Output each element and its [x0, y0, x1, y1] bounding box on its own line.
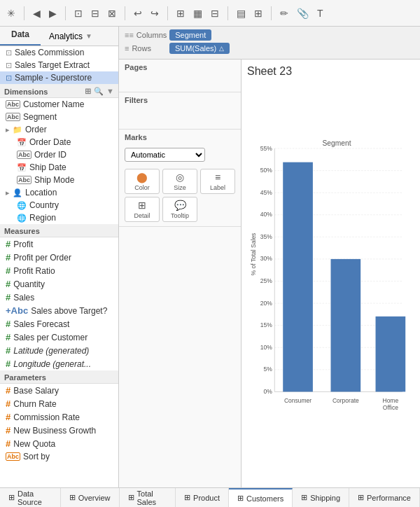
- redo-button[interactable]: ↪: [148, 6, 162, 20]
- datasource-sales-commission[interactable]: ⊡ Sales Commission: [0, 46, 118, 59]
- chart3-icon[interactable]: ⊟: [208, 6, 222, 20]
- datasource-sales-target[interactable]: ⊡ Sales Target Extract: [0, 59, 118, 71]
- dim-region[interactable]: 🌐 Region: [0, 211, 118, 224]
- param-sort-by[interactable]: Abc Sort by: [0, 450, 118, 463]
- rows-pill-sales[interactable]: SUM(Sales) △: [169, 43, 230, 54]
- bar-label-home-office2: Office: [383, 404, 398, 411]
- meas-latitude[interactable]: # Latitude (generated): [0, 344, 118, 357]
- pen-icon[interactable]: ✏: [277, 6, 291, 20]
- analyze-icon[interactable]: ⊞: [251, 6, 265, 20]
- globe-icon2: 🌐: [17, 214, 27, 223]
- tab-data[interactable]: Data: [0, 27, 41, 46]
- globe-icon: 🌐: [17, 201, 27, 210]
- meas-sales-above-target[interactable]: +Abc Sales above Target?: [0, 304, 118, 317]
- dim-ship-mode[interactable]: Abc Ship Mode: [0, 174, 118, 186]
- dim-order-date[interactable]: 📅 Order Date: [0, 136, 118, 148]
- marks-label-button[interactable]: ≡ Label: [200, 169, 235, 194]
- marks-section: Marks Automatic Bar Line Area: [119, 130, 241, 227]
- datasource-superstore[interactable]: ⊡ Sample - Superstore: [0, 71, 118, 84]
- dim-order-group[interactable]: ▸ 📁 Order: [0, 123, 118, 136]
- text-icon[interactable]: T: [314, 6, 326, 20]
- bar-label-corporate: Corporate: [332, 397, 359, 404]
- paperclip-icon[interactable]: 📎: [294, 6, 312, 20]
- chart-svg-wrapper: Segment % of Total Sales: [247, 81, 414, 482]
- bar-home-office[interactable]: [376, 317, 406, 392]
- hash-orange-icon: #: [6, 398, 10, 409]
- save-as-button[interactable]: ⊟: [88, 6, 102, 20]
- dim-order-id[interactable]: Abc Order ID: [0, 148, 118, 161]
- meas-sales-forecast[interactable]: # Sales Forecast: [0, 317, 118, 331]
- tab-shipping[interactable]: ⊞ Shipping: [293, 488, 349, 507]
- marks-color-button[interactable]: ⬤ Color: [125, 169, 160, 194]
- pages-section: Pages: [119, 60, 241, 92]
- param-base-salary[interactable]: # Base Salary: [0, 384, 118, 397]
- svg-text:55%: 55%: [260, 145, 272, 152]
- param-new-quota[interactable]: # New Quota: [0, 437, 118, 450]
- color-dots-icon: ⬤: [136, 172, 148, 183]
- meas-profit-ratio[interactable]: # Profit Ratio: [0, 264, 118, 277]
- filters-section: Filters: [119, 92, 241, 130]
- abc-icon: Abc: [6, 100, 20, 109]
- marks-tooltip-button[interactable]: 💬 Tooltip: [162, 197, 197, 222]
- bar-corporate[interactable]: [331, 259, 361, 391]
- grid-icon[interactable]: ⊞: [85, 87, 91, 96]
- meas-profit-per-order[interactable]: # Profit per Order: [0, 251, 118, 264]
- forward-button[interactable]: ▶: [46, 6, 59, 20]
- svg-text:40%: 40%: [260, 211, 272, 218]
- param-new-business-growth[interactable]: # New Business Growth: [0, 424, 118, 437]
- folder-icon: ▸: [6, 125, 10, 134]
- dim-customer-name[interactable]: Abc Customer Name: [0, 98, 118, 111]
- abc-icon: Abc: [17, 176, 31, 184]
- columns-pill-segment[interactable]: Segment: [169, 29, 211, 41]
- print-button[interactable]: ⊠: [105, 6, 119, 20]
- data-analytics-tabs: Data Analytics ▼: [0, 27, 118, 46]
- tab-customers[interactable]: ⊞ Customers: [229, 488, 293, 507]
- param-churn-rate[interactable]: # Churn Rate: [0, 397, 118, 410]
- tab-product[interactable]: ⊞ Product: [176, 488, 229, 507]
- meas-sales[interactable]: # Sales: [0, 291, 118, 304]
- dim-ship-date[interactable]: 📅 Ship Date: [0, 161, 118, 174]
- meas-sales-per-customer[interactable]: # Sales per Customer: [0, 331, 118, 344]
- back-button[interactable]: ◀: [30, 6, 43, 20]
- dim-country[interactable]: 🌐 Country: [0, 199, 118, 211]
- marks-type-select[interactable]: Automatic Bar Line Area: [125, 148, 205, 162]
- measures-header: Measures: [0, 224, 118, 237]
- tab-total-sales[interactable]: ⊞ Total Sales: [120, 488, 176, 507]
- marks-size-button[interactable]: ◎ Size: [162, 169, 197, 194]
- marks-title: Marks: [119, 130, 241, 145]
- chart2-icon[interactable]: ▦: [190, 6, 205, 20]
- save-button[interactable]: ⊡: [71, 6, 85, 20]
- dimensions-header-icons: ⊞ 🔍 ▼: [85, 87, 114, 96]
- abc-icon: Abc: [17, 151, 31, 159]
- tab-data-source[interactable]: ⊞ Data Source: [0, 488, 61, 507]
- meas-longitude[interactable]: # Longitude (generat...: [0, 357, 118, 370]
- tab-performance[interactable]: ⊞ Performance: [349, 488, 420, 507]
- meas-quantity[interactable]: # Quantity: [0, 277, 118, 291]
- datasource-icon2: ⊡: [6, 61, 12, 70]
- search-icon[interactable]: 🔍: [94, 87, 104, 96]
- calendar-icon2: 📅: [17, 163, 27, 172]
- bar-label-consumer: Consumer: [284, 397, 312, 404]
- tab-overview[interactable]: ⊞ Overview: [61, 488, 120, 507]
- bar-consumer[interactable]: [283, 162, 313, 392]
- tab-icon6: ⊞: [301, 493, 307, 502]
- svg-text:15%: 15%: [260, 321, 272, 328]
- segment-axis-label: Segment: [323, 139, 351, 147]
- analytics-dropdown-icon: ▼: [85, 32, 92, 40]
- expand-icon[interactable]: ▼: [106, 87, 114, 96]
- tab-analytics[interactable]: Analytics ▼: [41, 27, 101, 46]
- hash-icon: #: [6, 252, 10, 263]
- param-commission-rate[interactable]: # Commission Rate: [0, 410, 118, 424]
- undo-button[interactable]: ↩: [131, 6, 145, 20]
- tab-icon3: ⊞: [128, 493, 134, 502]
- dim-location-group[interactable]: ▸ 👤 Location: [0, 186, 118, 199]
- folder-icon3: ▸: [6, 188, 10, 197]
- chart-icon[interactable]: ⊞: [174, 6, 188, 20]
- hash-icon: #: [6, 279, 10, 289]
- svg-text:35%: 35%: [260, 233, 272, 240]
- tab-icon: ⊞: [8, 493, 15, 502]
- meas-profit[interactable]: # Profit: [0, 237, 118, 251]
- marks-detail-button[interactable]: ⊞ Detail: [125, 197, 160, 222]
- dim-segment[interactable]: Abc Segment: [0, 111, 118, 123]
- show-me-button[interactable]: ▤: [234, 6, 248, 20]
